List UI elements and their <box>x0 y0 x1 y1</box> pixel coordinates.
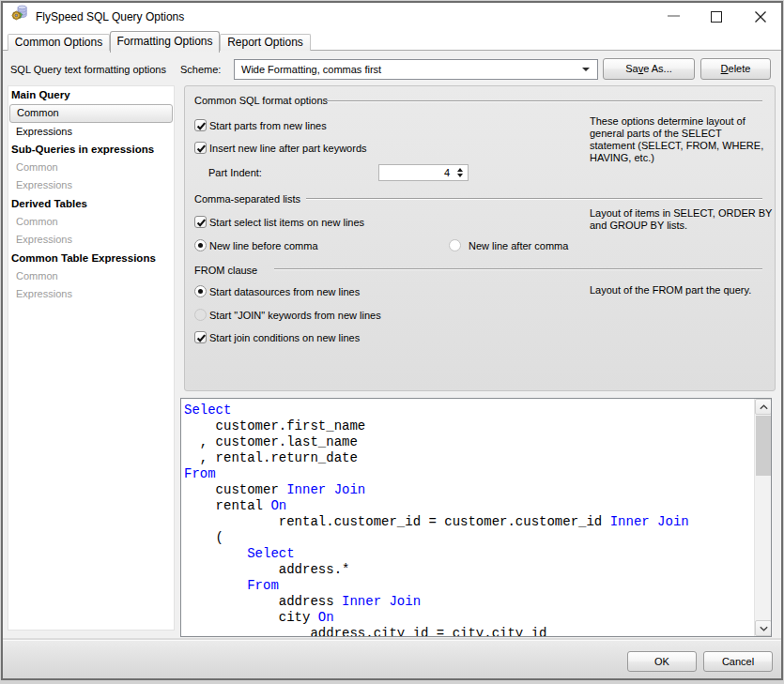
tree-item-expressions-2[interactable]: Expressions <box>8 123 174 141</box>
radio-newline-before-comma[interactable] <box>194 239 207 251</box>
tree-header-main-query-0: Main Query <box>8 86 174 104</box>
tree-header-sub-queries-in-expressions-3: Sub-Queries in expressions <box>8 141 174 159</box>
tab-formatting-options[interactable]: Formatting Options <box>110 31 220 53</box>
group-line <box>274 268 762 269</box>
spin-down-icon[interactable] <box>457 174 463 177</box>
sql-line: address Inner Join <box>184 594 754 610</box>
part-indent-label: Part Indent: <box>208 165 262 180</box>
group1-description: These options determine layout of genera… <box>590 115 774 164</box>
combo-dropdown-icon[interactable] <box>582 68 590 71</box>
part-indent-spinedit[interactable]: 4 <box>378 164 469 181</box>
sql-line: address.* <box>184 562 754 578</box>
dialog-footer: OK Cancel <box>3 640 781 678</box>
titlebar: FlySpeed SQL Query Options <box>3 3 781 31</box>
sql-line: customer Inner Join <box>184 482 754 498</box>
app-icon <box>11 5 27 21</box>
sql-line: Select <box>184 546 754 562</box>
scroll-up-button[interactable] <box>755 399 772 415</box>
tree-item-common-1[interactable]: Common <box>9 104 173 122</box>
sql-line: rental On <box>184 498 754 514</box>
check-icon <box>195 120 208 132</box>
sql-line: Select <box>184 403 754 418</box>
scheme-combobox-value: Wide Formatting, commas first <box>241 64 381 75</box>
scrollbar-thumb[interactable] <box>756 416 771 476</box>
sql-preview-code[interactable]: Select customer.first_name , customer.la… <box>181 399 754 636</box>
ok-button[interactable]: OK <box>627 651 697 672</box>
tree-header-common-table-expressions-9: Common Table Expressions <box>8 250 174 267</box>
group-title-comma-lists: Comma-separated lists <box>194 191 300 206</box>
radio-newline-before-comma-label[interactable]: New line before comma <box>209 238 318 253</box>
sql-scrollbar[interactable] <box>754 399 771 636</box>
radio-newline-after-comma-label[interactable]: New line after comma <box>469 238 568 253</box>
tree-item-expressions-11[interactable]: Expressions <box>8 285 174 303</box>
sql-line: city On <box>184 610 754 626</box>
group-line <box>327 100 762 101</box>
check-icon <box>195 143 208 155</box>
tree-header-derived-tables-6: Derived Tables <box>8 195 174 213</box>
checkbox-start-parts[interactable] <box>194 119 207 131</box>
radio-dot <box>198 289 203 294</box>
category-tree: Main QueryCommonExpressionsSub-Queries i… <box>8 85 175 631</box>
tab-common-options[interactable]: Common Options <box>8 34 110 51</box>
radio-start-join-keywords-label[interactable]: Start "JOIN" keywords from new lines <box>209 308 381 323</box>
formatting-options-panel: Common SQL format options Start parts fr… <box>184 85 776 391</box>
checkbox-start-join-conditions[interactable] <box>194 331 207 343</box>
check-icon <box>195 217 208 229</box>
tree-item-expressions-5[interactable]: Expressions <box>8 176 174 194</box>
radio-newline-after-comma[interactable] <box>449 239 461 251</box>
maximize-icon[interactable] <box>711 11 722 23</box>
radio-dot <box>198 243 203 248</box>
tree-item-common-4[interactable]: Common <box>8 159 174 176</box>
checkbox-start-select-items[interactable] <box>194 216 207 228</box>
sql-line: address.city_id = city.city_id <box>184 626 754 636</box>
sql-line: , customer.last_name <box>184 434 754 450</box>
radio-start-datasources[interactable] <box>194 285 207 297</box>
minimize-icon[interactable] <box>668 15 680 17</box>
window-title: FlySpeed SQL Query Options <box>36 3 184 32</box>
options-dialog: FlySpeed SQL Query Options Common Option… <box>1 1 783 680</box>
close-icon[interactable] <box>753 9 768 24</box>
spin-up-icon[interactable] <box>457 168 463 172</box>
checkbox-start-select-items-label[interactable]: Start select list items on new lines <box>209 215 364 230</box>
radio-start-join-keywords[interactable] <box>194 309 207 321</box>
checkbox-insert-newline-label[interactable]: Insert new line after part keywords <box>209 141 367 156</box>
group-title-from-clause: FROM clause <box>194 263 257 278</box>
sql-preview-panel: Select customer.first_name , customer.la… <box>180 398 772 637</box>
sql-line: ( <box>184 530 754 546</box>
group3-description: Layout of the FROM part the query. <box>590 284 774 296</box>
part-indent-value: 4 <box>444 167 450 178</box>
scroll-down-button[interactable] <box>755 620 772 636</box>
scheme-label: Scheme: <box>180 62 221 77</box>
scroll-up-icon <box>760 404 768 410</box>
tree-item-expressions-8[interactable]: Expressions <box>8 231 174 249</box>
scheme-combobox[interactable]: Wide Formatting, commas first <box>234 59 598 80</box>
checkbox-start-parts-label[interactable]: Start parts from new lines <box>209 118 327 133</box>
sql-line: , rental.return_date <box>184 450 754 466</box>
checkbox-insert-newline[interactable] <box>194 142 207 154</box>
radio-start-datasources-label[interactable]: Start datasources from new lines <box>209 284 360 299</box>
delete-button[interactable]: Delete <box>700 58 771 80</box>
scroll-down-icon <box>760 626 768 631</box>
group2-description: Layout of items in SELECT, ORDER BY and … <box>590 207 774 232</box>
sql-line: From <box>184 578 754 594</box>
checkbox-start-join-conditions-label[interactable]: Start join conditions on new lines <box>209 330 360 345</box>
check-icon <box>195 332 208 344</box>
group-title-common-sql: Common SQL format options <box>194 93 328 108</box>
save-as-button[interactable]: Save As... <box>603 58 695 80</box>
group-line <box>306 198 762 199</box>
cancel-button[interactable]: Cancel <box>703 651 773 672</box>
tree-item-common-7[interactable]: Common <box>8 213 174 231</box>
tab-report-options[interactable]: Report Options <box>220 34 311 51</box>
sql-line: From <box>184 466 754 482</box>
sql-line: rental.customer_id = customer.customer_i… <box>184 514 754 530</box>
tree-item-common-10[interactable]: Common <box>8 267 174 285</box>
sql-line: customer.first_name <box>184 418 754 434</box>
spin-arrows <box>456 167 465 178</box>
page-caption: SQL Query text formatting options <box>10 62 166 77</box>
